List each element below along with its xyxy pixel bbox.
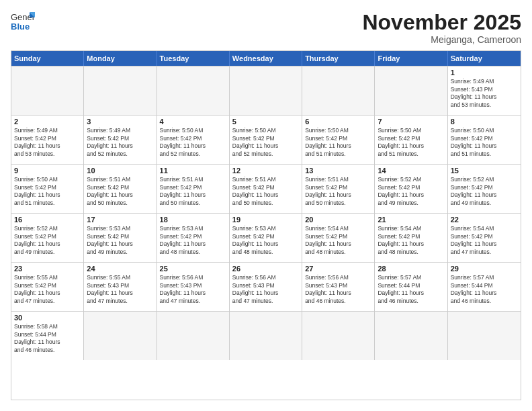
- page: General Blue November 2025 Meiganga, Cam…: [0, 0, 532, 411]
- calendar-cell: 11Sunrise: 5:51 AM Sunset: 5:42 PM Dayli…: [157, 165, 230, 213]
- day-number: 11: [160, 167, 226, 175]
- day-number: 1: [451, 68, 518, 77]
- day-info: Sunrise: 5:52 AM Sunset: 5:42 PM Dayligh…: [451, 176, 518, 207]
- calendar-cell: [230, 66, 302, 115]
- day-number: 13: [305, 167, 371, 175]
- day-number: 7: [378, 118, 444, 126]
- day-number: 24: [87, 265, 153, 273]
- day-number: 30: [14, 314, 81, 322]
- calendar-week-4: 16Sunrise: 5:52 AM Sunset: 5:42 PM Dayli…: [11, 213, 521, 262]
- day-number: 26: [232, 265, 299, 273]
- day-number: 2: [14, 118, 81, 126]
- calendar-cell: 10Sunrise: 5:51 AM Sunset: 5:42 PM Dayli…: [84, 165, 157, 213]
- header-day-tuesday: Tuesday: [157, 51, 230, 66]
- calendar-cell: [302, 66, 375, 115]
- day-info: Sunrise: 5:56 AM Sunset: 5:43 PM Dayligh…: [232, 274, 299, 305]
- day-info: Sunrise: 5:49 AM Sunset: 5:42 PM Dayligh…: [87, 127, 153, 158]
- day-info: Sunrise: 5:58 AM Sunset: 5:44 PM Dayligh…: [14, 323, 81, 354]
- calendar-cell: 17Sunrise: 5:53 AM Sunset: 5:42 PM Dayli…: [84, 214, 157, 262]
- header-day-monday: Monday: [84, 51, 157, 66]
- header: General Blue November 2025 Meiganga, Cam…: [11, 11, 521, 45]
- calendar-cell: [302, 312, 375, 360]
- day-info: Sunrise: 5:57 AM Sunset: 5:44 PM Dayligh…: [451, 274, 518, 305]
- day-number: 18: [160, 216, 226, 224]
- calendar-cell: 27Sunrise: 5:56 AM Sunset: 5:43 PM Dayli…: [302, 263, 375, 311]
- calendar-cell: [11, 66, 84, 115]
- calendar-week-6: 30Sunrise: 5:58 AM Sunset: 5:44 PM Dayli…: [11, 311, 521, 360]
- calendar-cell: 15Sunrise: 5:52 AM Sunset: 5:42 PM Dayli…: [448, 165, 521, 213]
- day-number: 28: [378, 265, 444, 273]
- day-number: 25: [160, 265, 226, 273]
- calendar-cell: 22Sunrise: 5:54 AM Sunset: 5:42 PM Dayli…: [448, 214, 521, 262]
- day-info: Sunrise: 5:50 AM Sunset: 5:42 PM Dayligh…: [14, 176, 81, 207]
- calendar-cell: 13Sunrise: 5:51 AM Sunset: 5:42 PM Dayli…: [302, 165, 375, 213]
- calendar-cell: 5Sunrise: 5:50 AM Sunset: 5:42 PM Daylig…: [230, 116, 302, 164]
- header-day-wednesday: Wednesday: [230, 51, 302, 66]
- calendar-cell: 12Sunrise: 5:51 AM Sunset: 5:42 PM Dayli…: [230, 165, 302, 213]
- day-number: 16: [14, 216, 81, 224]
- day-number: 12: [232, 167, 299, 175]
- day-number: 20: [305, 216, 371, 224]
- day-number: 27: [305, 265, 371, 273]
- calendar-cell: 24Sunrise: 5:55 AM Sunset: 5:43 PM Dayli…: [84, 263, 157, 311]
- day-info: Sunrise: 5:53 AM Sunset: 5:42 PM Dayligh…: [232, 225, 299, 256]
- calendar-cell: [84, 312, 157, 360]
- calendar-cell: 16Sunrise: 5:52 AM Sunset: 5:42 PM Dayli…: [11, 214, 84, 262]
- calendar-header: SundayMondayTuesdayWednesdayThursdayFrid…: [11, 51, 521, 66]
- day-info: Sunrise: 5:50 AM Sunset: 5:42 PM Dayligh…: [305, 127, 371, 158]
- calendar-cell: 18Sunrise: 5:53 AM Sunset: 5:42 PM Dayli…: [157, 214, 230, 262]
- day-number: 6: [305, 118, 371, 126]
- day-info: Sunrise: 5:50 AM Sunset: 5:42 PM Dayligh…: [378, 127, 444, 158]
- day-info: Sunrise: 5:51 AM Sunset: 5:42 PM Dayligh…: [160, 176, 226, 207]
- calendar-cell: 23Sunrise: 5:55 AM Sunset: 5:42 PM Dayli…: [11, 263, 84, 311]
- calendar-cell: [157, 66, 230, 115]
- day-info: Sunrise: 5:52 AM Sunset: 5:42 PM Dayligh…: [14, 225, 81, 256]
- calendar-cell: [448, 312, 521, 360]
- day-number: 23: [14, 265, 81, 273]
- general-blue-icon: General Blue: [11, 11, 35, 31]
- day-info: Sunrise: 5:51 AM Sunset: 5:42 PM Dayligh…: [87, 176, 153, 207]
- day-info: Sunrise: 5:54 AM Sunset: 5:42 PM Dayligh…: [451, 225, 518, 256]
- calendar-cell: [230, 312, 302, 360]
- calendar-cell: [375, 66, 447, 115]
- month-title: November 2025: [362, 11, 521, 34]
- day-info: Sunrise: 5:49 AM Sunset: 5:43 PM Dayligh…: [451, 78, 518, 109]
- day-info: Sunrise: 5:50 AM Sunset: 5:42 PM Dayligh…: [232, 127, 299, 158]
- day-number: 21: [378, 216, 444, 224]
- calendar-cell: 28Sunrise: 5:57 AM Sunset: 5:44 PM Dayli…: [375, 263, 447, 311]
- location: Meiganga, Cameroon: [362, 34, 521, 45]
- day-info: Sunrise: 5:53 AM Sunset: 5:42 PM Dayligh…: [160, 225, 226, 256]
- calendar-week-2: 2Sunrise: 5:49 AM Sunset: 5:42 PM Daylig…: [11, 115, 521, 164]
- header-day-saturday: Saturday: [448, 51, 521, 66]
- calendar-week-5: 23Sunrise: 5:55 AM Sunset: 5:42 PM Dayli…: [11, 262, 521, 311]
- day-info: Sunrise: 5:55 AM Sunset: 5:42 PM Dayligh…: [14, 274, 81, 305]
- day-number: 9: [14, 167, 81, 175]
- day-info: Sunrise: 5:51 AM Sunset: 5:42 PM Dayligh…: [232, 176, 299, 207]
- calendar-week-1: 1Sunrise: 5:49 AM Sunset: 5:43 PM Daylig…: [11, 66, 521, 115]
- day-info: Sunrise: 5:56 AM Sunset: 5:43 PM Dayligh…: [305, 274, 371, 305]
- calendar: SundayMondayTuesdayWednesdayThursdayFrid…: [11, 50, 521, 400]
- day-number: 5: [232, 118, 299, 126]
- header-day-thursday: Thursday: [302, 51, 375, 66]
- calendar-week-3: 9Sunrise: 5:50 AM Sunset: 5:42 PM Daylig…: [11, 164, 521, 213]
- header-day-friday: Friday: [375, 51, 447, 66]
- day-number: 17: [87, 216, 153, 224]
- day-info: Sunrise: 5:54 AM Sunset: 5:42 PM Dayligh…: [305, 225, 371, 256]
- day-number: 19: [232, 216, 299, 224]
- calendar-cell: 26Sunrise: 5:56 AM Sunset: 5:43 PM Dayli…: [230, 263, 302, 311]
- day-number: 14: [378, 167, 444, 175]
- day-number: 22: [451, 216, 518, 224]
- day-number: 10: [87, 167, 153, 175]
- calendar-cell: [157, 312, 230, 360]
- calendar-cell: 4Sunrise: 5:50 AM Sunset: 5:42 PM Daylig…: [157, 116, 230, 164]
- calendar-cell: [84, 66, 157, 115]
- calendar-cell: 30Sunrise: 5:58 AM Sunset: 5:44 PM Dayli…: [11, 312, 84, 360]
- calendar-cell: [375, 312, 447, 360]
- day-info: Sunrise: 5:53 AM Sunset: 5:42 PM Dayligh…: [87, 225, 153, 256]
- day-info: Sunrise: 5:54 AM Sunset: 5:42 PM Dayligh…: [378, 225, 444, 256]
- day-number: 15: [451, 167, 518, 175]
- day-number: 29: [451, 265, 518, 273]
- day-info: Sunrise: 5:51 AM Sunset: 5:42 PM Dayligh…: [305, 176, 371, 207]
- calendar-cell: 7Sunrise: 5:50 AM Sunset: 5:42 PM Daylig…: [375, 116, 447, 164]
- calendar-cell: 20Sunrise: 5:54 AM Sunset: 5:42 PM Dayli…: [302, 214, 375, 262]
